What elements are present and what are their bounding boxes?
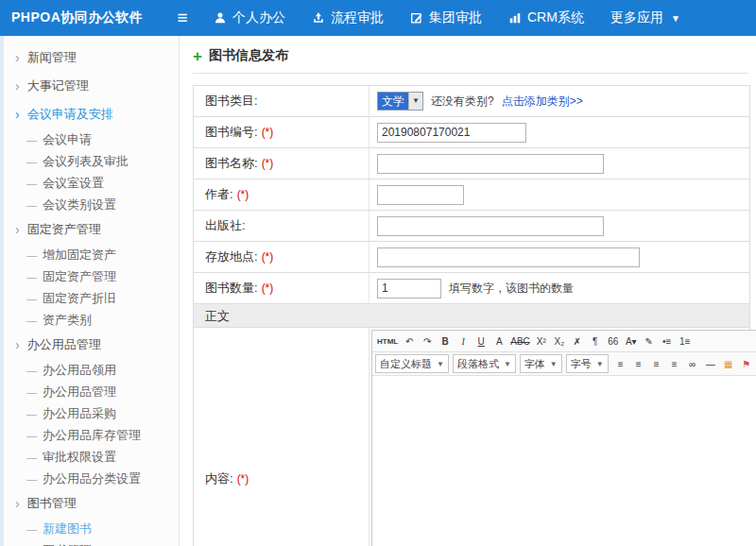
blockquote-icon[interactable]: 66 xyxy=(605,333,622,350)
book-name-input[interactable] xyxy=(377,154,604,174)
quantity-input[interactable] xyxy=(377,279,441,299)
sidebar-section-label: 会议申请及安排 xyxy=(27,106,113,123)
map-icon[interactable]: ⚑ xyxy=(738,355,755,372)
font-size-dropdown[interactable]: 字号▼ xyxy=(566,354,609,373)
sidebar-item[interactable]: —增加固定资产 xyxy=(4,244,179,265)
editor-toolbar-row1: HTML↶↷BIUAABCX²X₂✗¶66A▾✎•≡1≡ xyxy=(372,331,756,352)
top-nav: 个人办公 流程审批 集团审批 CRM系统 更多应用 xyxy=(214,9,680,26)
sidebar-item[interactable]: —会议申请 xyxy=(4,128,179,150)
sidebar-item[interactable]: —会议室设置 xyxy=(4,172,179,194)
sidebar-item-label: 会议室设置 xyxy=(43,175,104,192)
sidebar-item[interactable]: —办公用品管理 xyxy=(4,381,179,402)
required-mark: (*) xyxy=(237,472,249,486)
undo-icon[interactable]: ↶ xyxy=(401,333,418,350)
top-bar: PHPOA协同办公软件 ≡ 个人办公 流程审批 集团审批 xyxy=(0,0,756,36)
author-label: 作者: xyxy=(205,186,233,203)
image-icon[interactable]: ▦ xyxy=(720,355,737,372)
form-row-location: 存放地点: (*) xyxy=(194,242,749,273)
font-family-dropdown[interactable]: 字体▼ xyxy=(520,354,562,373)
sidebar-section-header[interactable]: ›新闻管理 xyxy=(4,43,179,72)
category-hint: 还没有类别? xyxy=(431,94,494,110)
sidebar-item[interactable]: —固定资产折旧 xyxy=(4,287,179,309)
dash-icon: — xyxy=(26,473,37,485)
sidebar-item[interactable]: —固定资产管理 xyxy=(4,265,179,287)
underline-icon[interactable]: U xyxy=(472,333,490,350)
chevron-down-icon: ▼ xyxy=(437,360,444,368)
text-background-color-icon[interactable]: A▾ xyxy=(623,333,640,350)
font-color-icon[interactable]: A xyxy=(490,333,507,350)
sidebar-item[interactable]: —审批权限设置 xyxy=(4,446,179,468)
align-right-icon[interactable]: ≡ xyxy=(648,355,665,372)
format-eraser-icon[interactable]: ✗ xyxy=(569,333,586,350)
category-label: 图书类目: xyxy=(205,93,258,110)
sidebar-item-label: 会议类别设置 xyxy=(43,196,116,213)
nav-more-apps[interactable]: 更多应用 ▼ xyxy=(610,9,680,26)
chevron-down-icon: ▼ xyxy=(504,360,511,368)
sidebar-item[interactable]: —办公用品分类设置 xyxy=(4,468,179,489)
edit-square-icon xyxy=(410,11,423,25)
form-row-category: 图书类目: 文学 ▼ 还没有类别? 点击添加类别>> xyxy=(194,86,749,117)
bullet-list-icon[interactable]: •≡ xyxy=(659,333,676,350)
nav-process-approval[interactable]: 流程审批 xyxy=(312,9,384,26)
pen-icon[interactable]: ✎ xyxy=(641,333,658,350)
dash-icon: — xyxy=(26,365,37,376)
custom-title-dropdown[interactable]: 自定义标题▼ xyxy=(375,354,449,373)
horizontal-rule-icon[interactable]: — xyxy=(702,355,719,372)
sidebar-section-header[interactable]: ›大事记管理 xyxy=(4,72,179,100)
paragraph-format-dropdown[interactable]: 段落格式▼ xyxy=(453,354,516,373)
subscript-icon[interactable]: X₂ xyxy=(551,333,568,350)
category-select[interactable]: 文学 ▼ xyxy=(377,92,423,111)
sidebar-item[interactable]: —图书管理 xyxy=(4,539,179,546)
book-name-label: 图书名称: xyxy=(205,155,258,172)
align-justify-icon[interactable]: ≡ xyxy=(666,355,683,372)
nav-label: 集团审批 xyxy=(429,9,482,26)
sidebar-section-label: 办公用品管理 xyxy=(27,336,101,353)
sidebar-section-label: 新闻管理 xyxy=(27,49,77,66)
nav-label: 个人办公 xyxy=(232,9,285,26)
sidebar-item-label: 新建图书 xyxy=(43,520,92,537)
dash-icon: — xyxy=(26,408,37,419)
sidebar-section-header[interactable]: ›会议申请及安排 xyxy=(4,100,179,128)
book-number-input[interactable] xyxy=(377,123,526,143)
nav-label: 流程审批 xyxy=(331,9,384,26)
sidebar-section-header[interactable]: ›固定资产管理 xyxy=(4,215,179,244)
sidebar-section-label: 大事记管理 xyxy=(27,77,89,94)
html-source-button[interactable]: HTML xyxy=(375,333,400,350)
strikethrough-icon[interactable]: ABC xyxy=(508,333,532,350)
hamburger-menu-icon[interactable]: ≡ xyxy=(166,8,198,28)
dropdown-label: 字体 xyxy=(524,357,545,371)
nav-crm-system[interactable]: CRM系统 xyxy=(508,9,584,26)
author-input[interactable] xyxy=(377,185,464,205)
superscript-icon[interactable]: X² xyxy=(533,333,550,350)
rich-text-editor: HTML↶↷BIUAABCX²X₂✗¶66A▾✎•≡1≡ 自定义标题▼段落格式▼… xyxy=(371,330,756,546)
sidebar-item[interactable]: —新建图书 xyxy=(4,518,179,539)
bold-icon[interactable]: B xyxy=(437,333,454,350)
numbered-list-icon[interactable]: 1≡ xyxy=(677,333,694,350)
sidebar-item[interactable]: —会议类别设置 xyxy=(4,194,179,215)
sidebar-item[interactable]: —办公用品领用 xyxy=(4,359,179,381)
sidebar-item-label: 固定资产折旧 xyxy=(43,290,116,307)
dash-icon: — xyxy=(26,156,37,167)
location-input[interactable] xyxy=(377,247,640,267)
nav-group-approval[interactable]: 集团审批 xyxy=(410,9,482,26)
add-category-link[interactable]: 点击添加类别>> xyxy=(502,94,583,110)
align-center-icon[interactable]: ≡ xyxy=(630,355,647,372)
align-left-icon[interactable]: ≡ xyxy=(612,355,629,372)
link-icon[interactable]: ∞ xyxy=(684,355,701,372)
publisher-input[interactable] xyxy=(377,216,604,236)
sidebar-item[interactable]: —办公用品采购 xyxy=(4,402,179,424)
sidebar-item[interactable]: —资产类别 xyxy=(4,309,179,331)
sidebar-section-label: 图书管理 xyxy=(27,495,77,512)
sidebar-section-header[interactable]: ›图书管理 xyxy=(4,489,179,518)
redo-icon[interactable]: ↷ xyxy=(419,333,436,350)
sidebar-item[interactable]: —办公用品库存管理 xyxy=(4,424,179,446)
italic-icon[interactable]: I xyxy=(455,333,472,350)
nav-personal-office[interactable]: 个人办公 xyxy=(214,9,285,26)
paragraph-icon[interactable]: ¶ xyxy=(587,333,604,350)
sidebar-item[interactable]: —会议列表及审批 xyxy=(4,150,179,172)
app-window: PHPOA协同办公软件 ≡ 个人办公 流程审批 集团审批 xyxy=(0,0,756,546)
editor-content-area[interactable] xyxy=(372,376,756,546)
sidebar-section-header[interactable]: ›办公用品管理 xyxy=(4,331,179,359)
chevron-right-icon: › xyxy=(15,338,20,351)
dash-icon: — xyxy=(26,315,37,326)
